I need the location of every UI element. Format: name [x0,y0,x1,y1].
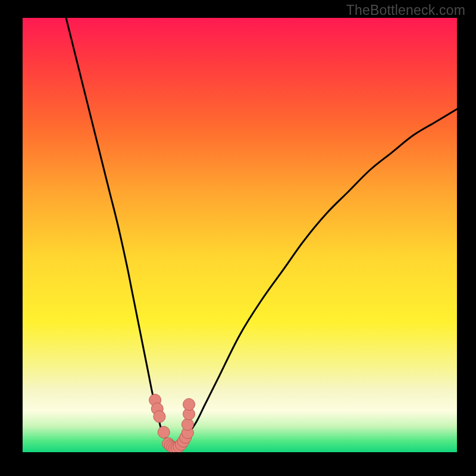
marker-point [158,426,170,438]
chart-svg [23,18,457,452]
watermark-text: TheBottleneck.com [346,2,465,18]
marker-point [181,418,193,430]
marker-point [183,399,195,411]
marker-point [154,411,165,422]
plot-area [23,18,457,452]
chart-stage: TheBottleneck.com [0,0,476,476]
gradient-background [23,18,457,452]
